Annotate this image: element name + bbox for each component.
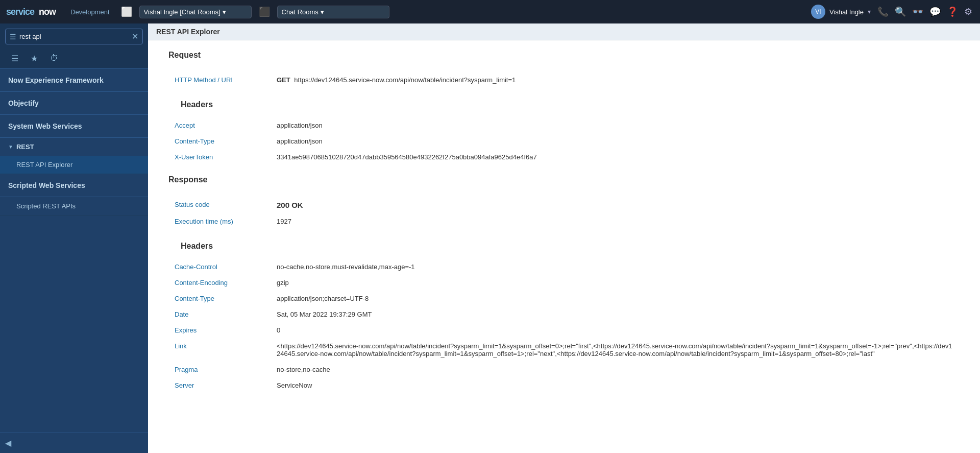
expires-label: Expires (168, 322, 271, 338)
settings-icon[interactable]: ⚙ (963, 5, 974, 19)
svg-text:now: now (39, 7, 57, 17)
response-header-content-type: Content-Type application/json;charset=UT… (168, 291, 960, 306)
link-label: Link (168, 338, 271, 362)
content-area: REST API Explorer Request HTTP Method / … (148, 23, 980, 453)
response-header-content-encoding: Content-Encoding gzip (168, 275, 960, 291)
response-header-date: Date Sat, 05 Mar 2022 19:37:29 GMT (168, 306, 960, 322)
connect-icon[interactable]: 👓 (911, 5, 925, 19)
status-code-text: 200 OK (277, 201, 303, 209)
brand-logo: service now (6, 5, 67, 19)
window-icon[interactable]: ⬛ (257, 4, 272, 19)
top-navigation: service now Development ⬜ Vishal Ingle [… (0, 0, 980, 23)
sidebar-item-scripted-rest-apis-label: Scripted REST APIs (16, 202, 76, 210)
sidebar-tab-history[interactable]: ⏱ (44, 50, 64, 68)
window-selector-label: Vishal Ingle [Chat Rooms] (144, 8, 220, 16)
execution-time-label: Execution time (ms) (168, 213, 271, 229)
http-method-label: HTTP Method / URI (168, 72, 271, 88)
content-encoding-label: Content-Encoding (168, 275, 271, 291)
sidebar-tabs: ☰ ★ ⏱ (0, 50, 148, 69)
res-content-type-value: application/json;charset=UTF-8 (271, 291, 960, 306)
request-section-title: Request (168, 51, 960, 64)
x-usertoken-label: X-UserToken (168, 149, 271, 165)
request-table: HTTP Method / URI GET https://dev124645.… (168, 72, 960, 165)
sidebar-section-system-web-services-label: System Web Services (8, 122, 82, 130)
sidebar-section-now-experience[interactable]: Now Experience Framework (0, 69, 148, 92)
http-method-value: GET https://dev124645.service-now.com/ap… (271, 72, 960, 88)
execution-time-value: 1927 (271, 213, 960, 229)
sidebar-tab-menu[interactable]: ☰ (5, 50, 24, 68)
phone-icon[interactable]: 📞 (876, 5, 890, 19)
back-button[interactable]: ◀ (5, 438, 11, 448)
sidebar-subsection-rest-label: REST (16, 143, 34, 151)
main-layout: ☰ ✕ ☰ ★ ⏱ Now Experience Framework Objec… (0, 23, 980, 453)
window-selector[interactable]: Vishal Ingle [Chat Rooms] ▾ (139, 6, 252, 18)
chat-icon[interactable]: 💬 (928, 5, 942, 19)
search-input[interactable] (19, 33, 129, 40)
status-code-value: 200 OK (271, 197, 960, 213)
svg-text:service: service (6, 7, 35, 17)
sidebar-tab-favorites[interactable]: ★ (24, 50, 44, 68)
expires-value: 0 (271, 322, 960, 338)
http-url: https://dev124645.service-now.com/api/no… (294, 76, 516, 84)
status-code-row: Status code 200 OK (168, 197, 960, 213)
content-type-value: application/json (271, 133, 960, 149)
sidebar-subsection-rest[interactable]: ▼ REST (0, 138, 148, 156)
request-headers-title-row: Headers (168, 88, 960, 117)
sidebar-section-objectify[interactable]: Objectify (0, 92, 148, 115)
http-method-verb: GET (277, 76, 290, 84)
cache-control-value: no-cache,no-store,must-revalidate,max-ag… (271, 259, 960, 275)
avatar: VI (811, 5, 825, 19)
breadcrumb: REST API Explorer (148, 23, 980, 40)
response-header-server: Server ServiceNow (168, 377, 960, 393)
user-name: Vishal Ingle (829, 8, 864, 16)
sidebar-item-rest-api-explorer-label: REST API Explorer (16, 161, 72, 169)
window-selector-chevron: ▾ (223, 8, 226, 16)
response-table: Status code 200 OK Execution time (ms) 1… (168, 197, 960, 393)
rest-triangle-icon: ▼ (8, 144, 13, 150)
http-method-row: HTTP Method / URI GET https://dev124645.… (168, 72, 960, 88)
search-bar: ☰ ✕ (0, 23, 148, 50)
response-headers-title-row: Headers (168, 229, 960, 259)
content-type-label: Content-Type (168, 133, 271, 149)
pragma-value: no-store,no-cache (271, 362, 960, 377)
server-label: Server (168, 377, 271, 393)
accept-label: Accept (168, 117, 271, 133)
search-input-wrapper[interactable]: ☰ ✕ (5, 29, 143, 44)
response-section-title: Response (168, 175, 960, 188)
date-value: Sat, 05 Mar 2022 19:37:29 GMT (271, 306, 960, 322)
sidebar-section-scripted-web-services-label: Scripted Web Services (8, 181, 85, 189)
sidebar-item-rest-api-explorer[interactable]: REST API Explorer (0, 156, 148, 174)
execution-time-row: Execution time (ms) 1927 (168, 213, 960, 229)
sidebar-bottom: ◀ (0, 433, 148, 453)
cache-control-label: Cache-Control (168, 259, 271, 275)
response-header-pragma: Pragma no-store,no-cache (168, 362, 960, 377)
x-usertoken-value: 3341ae598706851028720d47dabb359564580e49… (271, 149, 960, 165)
tablet-icon[interactable]: ⬜ (119, 4, 134, 19)
app-selector-chevron: ▾ (321, 8, 324, 16)
breadcrumb-label: REST API Explorer (156, 28, 220, 36)
sidebar-section-system-web-services[interactable]: System Web Services (0, 115, 148, 138)
sidebar-section-objectify-label: Objectify (8, 99, 39, 107)
request-header-accept: Accept application/json (168, 117, 960, 133)
content-encoding-value: gzip (271, 275, 960, 291)
response-header-cache-control: Cache-Control no-cache,no-store,must-rev… (168, 259, 960, 275)
content-scroll: Request HTTP Method / URI GET https://de… (148, 40, 980, 453)
user-chevron: ▾ (868, 8, 871, 15)
top-nav-actions: 📞 🔍 👓 💬 ❓ ⚙ (876, 5, 974, 19)
request-header-content-type: Content-Type application/json (168, 133, 960, 149)
status-code-label: Status code (168, 197, 271, 213)
sidebar-nav: Now Experience Framework Objectify Syste… (0, 69, 148, 433)
clear-icon[interactable]: ✕ (132, 32, 138, 41)
sidebar: ☰ ✕ ☰ ★ ⏱ Now Experience Framework Objec… (0, 23, 148, 453)
sidebar-section-scripted-web-services[interactable]: Scripted Web Services (0, 174, 148, 197)
app-selector[interactable]: Chat Rooms ▾ (277, 6, 389, 18)
brand-env: Development (70, 8, 110, 16)
app-selector-label: Chat Rooms (282, 8, 318, 16)
help-icon[interactable]: ❓ (945, 5, 960, 19)
app-selector-wrapper[interactable]: Chat Rooms ▾ (277, 6, 389, 18)
res-content-type-label: Content-Type (168, 291, 271, 306)
window-selector-wrapper[interactable]: Vishal Ingle [Chat Rooms] ▾ (139, 6, 252, 18)
user-section: VI Vishal Ingle ▾ (811, 5, 871, 19)
sidebar-item-scripted-rest-apis[interactable]: Scripted REST APIs (0, 197, 148, 216)
search-icon[interactable]: 🔍 (893, 5, 908, 19)
